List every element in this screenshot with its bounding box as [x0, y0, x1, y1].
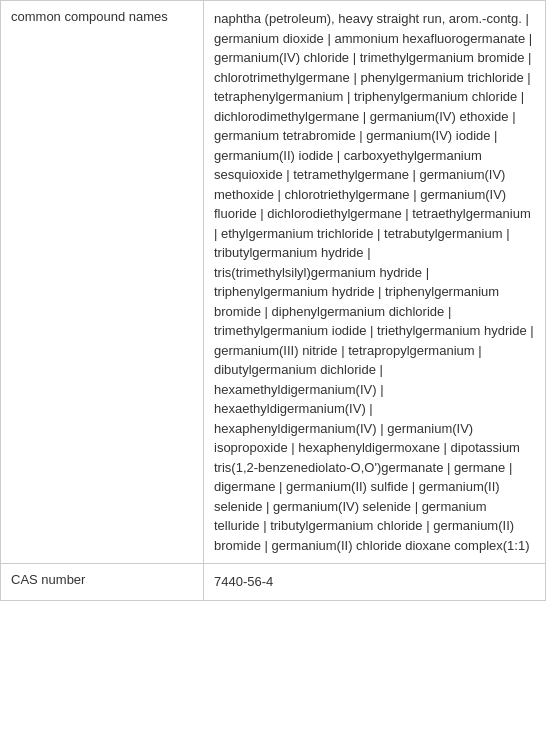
cas-number-label: CAS number — [11, 572, 85, 587]
value-cas-number: 7440-56-4 — [204, 564, 545, 600]
common-compound-names-value: naphtha (petroleum), heavy straight run,… — [214, 11, 534, 553]
label-cas-number: CAS number — [1, 564, 204, 600]
cas-number-value: 7440-56-4 — [214, 574, 273, 589]
common-compound-names-label: common compound names — [11, 9, 168, 24]
table-row-cas: CAS number 7440-56-4 — [0, 563, 546, 601]
label-common-compound-names: common compound names — [1, 1, 204, 563]
value-common-compound-names: naphtha (petroleum), heavy straight run,… — [204, 1, 545, 563]
data-table: common compound names naphtha (petroleum… — [0, 0, 546, 601]
table-row-compounds: common compound names naphtha (petroleum… — [0, 0, 546, 563]
